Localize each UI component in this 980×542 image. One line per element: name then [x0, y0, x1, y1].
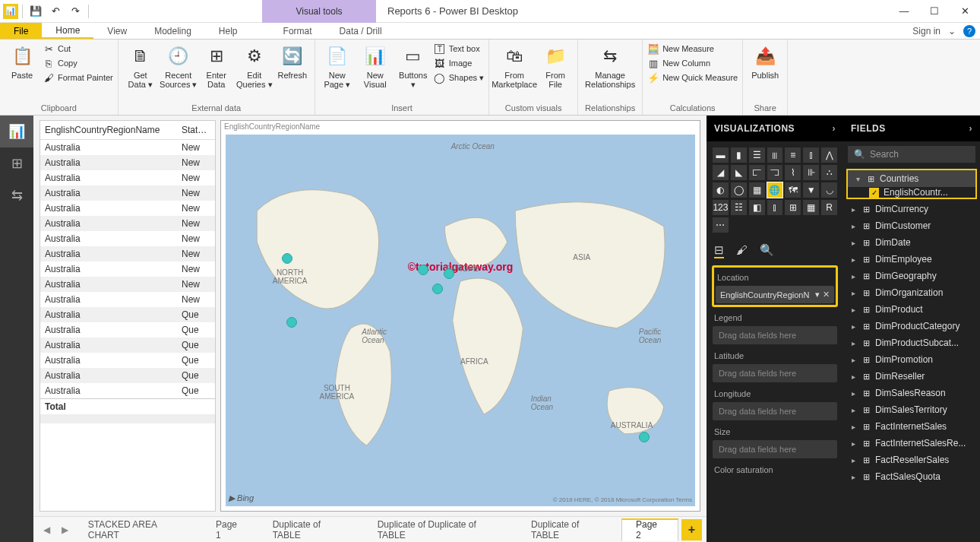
refresh-button[interactable]: 🔄Refresh — [275, 41, 310, 80]
table-row[interactable]: AustraliaQue — [40, 383, 215, 399]
tab-nav-left[interactable]: ◀ — [38, 525, 55, 535]
table-row[interactable]: AustraliaNew — [40, 292, 215, 307]
tab-file[interactable]: File — [0, 23, 42, 39]
tab-home[interactable]: Home — [42, 23, 93, 39]
viz-100col-icon[interactable]: ⫿ — [803, 147, 819, 163]
well-drop[interactable]: Drag data fields here — [713, 402, 837, 420]
expand-icon[interactable]: ▸ — [849, 222, 857, 230]
visualizations-header[interactable]: VISUALIZATIONS› — [707, 116, 843, 141]
table-countries[interactable]: ▾ ⊞ Countries — [848, 170, 975, 187]
field-english-country[interactable]: ✓ EnglishCountr... — [848, 187, 975, 198]
viz-matrix-icon[interactable]: ▦ — [803, 200, 819, 215]
viz-table-icon[interactable]: ⊞ — [785, 200, 801, 215]
table-row[interactable]: AustraliaQue — [40, 307, 215, 322]
viz-treemap-icon[interactable]: ▦ — [749, 182, 765, 198]
table-row[interactable]: AustraliaQue — [40, 338, 215, 353]
fields-tab-icon[interactable]: ⊟ — [714, 243, 724, 258]
new-measure-button[interactable]: 🧮New Measure — [647, 43, 738, 55]
table-row[interactable]: AustraliaQue — [40, 353, 215, 368]
checkbox-checked-icon[interactable]: ✓ — [869, 188, 879, 198]
map-data-point[interactable] — [286, 317, 297, 328]
table-item[interactable]: ▸⊞DimProductCategory — [843, 318, 980, 334]
tab-format[interactable]: Format — [270, 23, 326, 39]
expand-icon[interactable]: ▸ — [849, 406, 857, 414]
new-column-button[interactable]: ▥New Column — [647, 57, 738, 69]
remove-icon[interactable]: ✕ — [823, 290, 830, 300]
well-location[interactable]: Location EnglishCountryRegionN ▾✕ — [713, 266, 837, 306]
viz-ribbon-icon[interactable]: ⌇ — [785, 165, 801, 180]
textbox-button[interactable]: 🅃Text box — [434, 43, 484, 55]
close-button[interactable]: ✕ — [950, 0, 980, 23]
viz-map-icon[interactable]: 🌐 — [767, 182, 783, 198]
viz-clustered-column-icon[interactable]: ⫼ — [767, 147, 783, 163]
table-item[interactable]: ▸⊞DimOrganization — [843, 284, 980, 301]
viz-scatter-icon[interactable]: ∴ — [821, 165, 837, 180]
table-row[interactable]: AustraliaNew — [40, 155, 215, 170]
redo-icon[interactable]: ↷ — [66, 2, 84, 21]
viz-combo2-icon[interactable]: ⫎ — [767, 165, 783, 180]
table-item[interactable]: ▸⊞DimReseller — [843, 368, 980, 385]
expand-icon[interactable]: ▸ — [849, 473, 857, 481]
cut-button[interactable]: ✂Cut — [43, 43, 113, 55]
viz-card-icon[interactable]: 123 — [713, 200, 729, 215]
viz-waterfall-icon[interactable]: ⊪ — [803, 165, 819, 180]
table-item[interactable]: ▸⊞DimCurrency — [843, 201, 980, 217]
expand-icon[interactable]: ▸ — [849, 205, 857, 214]
viz-funnel-icon[interactable]: ▼ — [803, 182, 819, 198]
map-body[interactable]: ©tutorialgateway.org Arctic Ocean NORTH … — [226, 135, 695, 506]
viz-column-icon[interactable]: ▮ — [731, 147, 747, 163]
table-item[interactable]: ▸⊞FactInternetSales — [843, 418, 980, 435]
expand-icon[interactable]: ▸ — [849, 372, 857, 381]
publish-button[interactable]: 📤Publish — [748, 41, 782, 80]
expand-icon[interactable]: ▸ — [849, 456, 857, 464]
table-row[interactable]: AustraliaNew — [40, 201, 215, 216]
tab-help[interactable]: Help — [205, 23, 251, 39]
signin-link[interactable]: Sign in — [912, 26, 940, 36]
table-row[interactable]: AustraliaNew — [40, 216, 215, 231]
from-file-button[interactable]: 📁From File — [538, 41, 573, 89]
table-item[interactable]: ▸⊞FactSalesQuota — [843, 468, 980, 485]
map-visual[interactable]: EnglishCountryRegionName ©tutorialgatewa… — [220, 120, 700, 512]
viz-r-icon[interactable]: R — [821, 200, 837, 215]
viz-stacked-bar-icon[interactable]: ▬ — [713, 147, 729, 163]
viz-more-icon[interactable]: ⋯ — [713, 217, 729, 233]
table-item[interactable]: ▸⊞DimPromotion — [843, 351, 980, 368]
new-visual-button[interactable]: 📊New Visual — [358, 41, 393, 89]
chevron-right-icon[interactable]: › — [833, 123, 836, 134]
format-tab-icon[interactable]: 🖌 — [736, 243, 748, 258]
new-page-button[interactable]: 📄New Page ▾ — [320, 41, 355, 90]
add-page-button[interactable]: + — [681, 519, 702, 540]
table-row[interactable]: AustraliaNew — [40, 185, 215, 201]
format-painter-button[interactable]: 🖌Format Painter — [43, 71, 113, 84]
page-tab[interactable]: Duplicate of Duplicate of TABLE — [363, 518, 517, 541]
maximize-button[interactable]: ☐ — [919, 0, 950, 23]
model-view-icon[interactable]: ⇆ — [0, 179, 33, 211]
edit-queries-button[interactable]: ⚙Edit Queries ▾ — [237, 41, 272, 90]
dropdown-icon[interactable]: ▾ — [815, 290, 820, 300]
page-tab[interactable]: STACKED AREA CHART — [74, 518, 201, 541]
help-icon[interactable]: ? — [963, 25, 975, 37]
viz-gauge-icon[interactable]: ◡ — [821, 182, 837, 198]
recent-sources-button[interactable]: 🕘Recent Sources ▾ — [161, 41, 196, 90]
viz-area-icon[interactable]: ◢ — [713, 165, 729, 180]
chevron-down-icon[interactable]: ⌄ — [948, 26, 956, 36]
tab-nav-right[interactable]: ▶ — [55, 525, 73, 535]
well-drop[interactable]: Drag data fields here — [713, 326, 837, 344]
expand-icon[interactable]: ▸ — [849, 255, 857, 264]
viz-line-icon[interactable]: ⋀ — [821, 147, 837, 163]
expand-icon[interactable]: ▸ — [849, 389, 857, 398]
table-item[interactable]: ▸⊞DimGeography — [843, 268, 980, 284]
chevron-right-icon[interactable]: › — [969, 123, 973, 134]
table-row[interactable]: AustraliaNew — [40, 246, 215, 261]
well-size[interactable]: Size Drag data fields here — [713, 423, 837, 458]
expand-icon[interactable]: ▸ — [849, 289, 857, 297]
expand-icon[interactable]: ▸ — [849, 356, 857, 364]
table-visual[interactable]: EnglishCountryRegionName Stat… Australia… — [40, 120, 216, 512]
table-row[interactable]: AustraliaQue — [40, 368, 215, 383]
buttons-button[interactable]: ▭Buttons ▾ — [396, 41, 431, 90]
table-item[interactable]: ▸⊞DimDate — [843, 234, 980, 251]
undo-icon[interactable]: ↶ — [46, 2, 65, 21]
fields-header[interactable]: FIELDS› — [843, 116, 980, 141]
expand-icon[interactable]: ▾ — [854, 175, 861, 183]
page-tab[interactable]: Page 2 — [621, 518, 678, 541]
